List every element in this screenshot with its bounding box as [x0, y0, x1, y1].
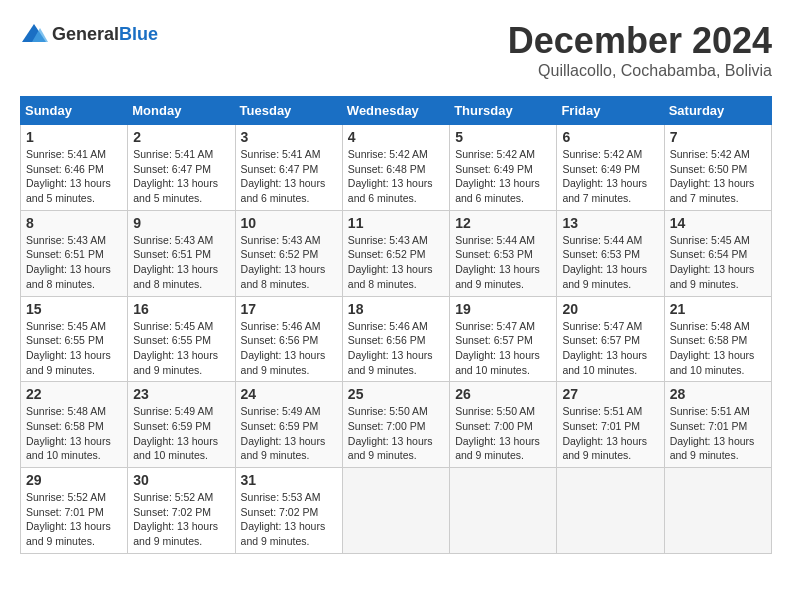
header-sunday: Sunday [21, 97, 128, 125]
day-number: 5 [455, 129, 551, 145]
day-number: 24 [241, 386, 337, 402]
page-header: GeneralBlue December 2024 Quillacollo, C… [20, 20, 772, 80]
day-info: Sunrise: 5:47 AMSunset: 6:57 PMDaylight:… [562, 319, 658, 378]
day-number: 14 [670, 215, 766, 231]
header-thursday: Thursday [450, 97, 557, 125]
table-row: 25Sunrise: 5:50 AMSunset: 7:00 PMDayligh… [342, 382, 449, 468]
day-info: Sunrise: 5:45 AMSunset: 6:55 PMDaylight:… [133, 319, 229, 378]
day-info: Sunrise: 5:52 AMSunset: 7:02 PMDaylight:… [133, 490, 229, 549]
table-row [664, 468, 771, 554]
day-number: 2 [133, 129, 229, 145]
day-info: Sunrise: 5:42 AMSunset: 6:50 PMDaylight:… [670, 147, 766, 206]
table-row: 14Sunrise: 5:45 AMSunset: 6:54 PMDayligh… [664, 210, 771, 296]
table-row: 4Sunrise: 5:42 AMSunset: 6:48 PMDaylight… [342, 125, 449, 211]
day-number: 16 [133, 301, 229, 317]
day-number: 4 [348, 129, 444, 145]
day-number: 28 [670, 386, 766, 402]
day-info: Sunrise: 5:53 AMSunset: 7:02 PMDaylight:… [241, 490, 337, 549]
title-block: December 2024 Quillacollo, Cochabamba, B… [508, 20, 772, 80]
table-row: 7Sunrise: 5:42 AMSunset: 6:50 PMDaylight… [664, 125, 771, 211]
day-info: Sunrise: 5:51 AMSunset: 7:01 PMDaylight:… [562, 404, 658, 463]
table-row: 5Sunrise: 5:42 AMSunset: 6:49 PMDaylight… [450, 125, 557, 211]
day-info: Sunrise: 5:49 AMSunset: 6:59 PMDaylight:… [133, 404, 229, 463]
table-row: 30Sunrise: 5:52 AMSunset: 7:02 PMDayligh… [128, 468, 235, 554]
table-row: 11Sunrise: 5:43 AMSunset: 6:52 PMDayligh… [342, 210, 449, 296]
calendar-week-row: 22Sunrise: 5:48 AMSunset: 6:58 PMDayligh… [21, 382, 772, 468]
day-info: Sunrise: 5:42 AMSunset: 6:49 PMDaylight:… [455, 147, 551, 206]
header-wednesday: Wednesday [342, 97, 449, 125]
day-info: Sunrise: 5:42 AMSunset: 6:48 PMDaylight:… [348, 147, 444, 206]
table-row: 27Sunrise: 5:51 AMSunset: 7:01 PMDayligh… [557, 382, 664, 468]
day-number: 13 [562, 215, 658, 231]
day-number: 21 [670, 301, 766, 317]
table-row: 9Sunrise: 5:43 AMSunset: 6:51 PMDaylight… [128, 210, 235, 296]
table-row: 12Sunrise: 5:44 AMSunset: 6:53 PMDayligh… [450, 210, 557, 296]
day-number: 1 [26, 129, 122, 145]
header-tuesday: Tuesday [235, 97, 342, 125]
calendar-week-row: 15Sunrise: 5:45 AMSunset: 6:55 PMDayligh… [21, 296, 772, 382]
logo-blue: Blue [119, 24, 158, 44]
day-info: Sunrise: 5:41 AMSunset: 6:47 PMDaylight:… [133, 147, 229, 206]
day-info: Sunrise: 5:47 AMSunset: 6:57 PMDaylight:… [455, 319, 551, 378]
table-row: 31Sunrise: 5:53 AMSunset: 7:02 PMDayligh… [235, 468, 342, 554]
day-number: 3 [241, 129, 337, 145]
day-info: Sunrise: 5:43 AMSunset: 6:51 PMDaylight:… [133, 233, 229, 292]
day-info: Sunrise: 5:50 AMSunset: 7:00 PMDaylight:… [348, 404, 444, 463]
table-row: 15Sunrise: 5:45 AMSunset: 6:55 PMDayligh… [21, 296, 128, 382]
day-info: Sunrise: 5:44 AMSunset: 6:53 PMDaylight:… [455, 233, 551, 292]
day-number: 11 [348, 215, 444, 231]
day-info: Sunrise: 5:50 AMSunset: 7:00 PMDaylight:… [455, 404, 551, 463]
table-row: 18Sunrise: 5:46 AMSunset: 6:56 PMDayligh… [342, 296, 449, 382]
table-row: 1Sunrise: 5:41 AMSunset: 6:46 PMDaylight… [21, 125, 128, 211]
table-row: 19Sunrise: 5:47 AMSunset: 6:57 PMDayligh… [450, 296, 557, 382]
calendar-week-row: 1Sunrise: 5:41 AMSunset: 6:46 PMDaylight… [21, 125, 772, 211]
month-title: December 2024 [508, 20, 772, 62]
day-info: Sunrise: 5:46 AMSunset: 6:56 PMDaylight:… [241, 319, 337, 378]
logo-general: General [52, 24, 119, 44]
day-number: 26 [455, 386, 551, 402]
table-row: 8Sunrise: 5:43 AMSunset: 6:51 PMDaylight… [21, 210, 128, 296]
day-info: Sunrise: 5:48 AMSunset: 6:58 PMDaylight:… [26, 404, 122, 463]
table-row: 20Sunrise: 5:47 AMSunset: 6:57 PMDayligh… [557, 296, 664, 382]
day-info: Sunrise: 5:45 AMSunset: 6:55 PMDaylight:… [26, 319, 122, 378]
table-row: 2Sunrise: 5:41 AMSunset: 6:47 PMDaylight… [128, 125, 235, 211]
day-number: 19 [455, 301, 551, 317]
calendar-table: Sunday Monday Tuesday Wednesday Thursday… [20, 96, 772, 554]
calendar-week-row: 29Sunrise: 5:52 AMSunset: 7:01 PMDayligh… [21, 468, 772, 554]
day-number: 10 [241, 215, 337, 231]
table-row: 16Sunrise: 5:45 AMSunset: 6:55 PMDayligh… [128, 296, 235, 382]
table-row: 10Sunrise: 5:43 AMSunset: 6:52 PMDayligh… [235, 210, 342, 296]
table-row: 6Sunrise: 5:42 AMSunset: 6:49 PMDaylight… [557, 125, 664, 211]
day-info: Sunrise: 5:44 AMSunset: 6:53 PMDaylight:… [562, 233, 658, 292]
day-number: 12 [455, 215, 551, 231]
table-row: 26Sunrise: 5:50 AMSunset: 7:00 PMDayligh… [450, 382, 557, 468]
day-info: Sunrise: 5:48 AMSunset: 6:58 PMDaylight:… [670, 319, 766, 378]
day-number: 17 [241, 301, 337, 317]
day-info: Sunrise: 5:46 AMSunset: 6:56 PMDaylight:… [348, 319, 444, 378]
day-info: Sunrise: 5:41 AMSunset: 6:47 PMDaylight:… [241, 147, 337, 206]
table-row [450, 468, 557, 554]
day-info: Sunrise: 5:41 AMSunset: 6:46 PMDaylight:… [26, 147, 122, 206]
day-info: Sunrise: 5:43 AMSunset: 6:52 PMDaylight:… [241, 233, 337, 292]
table-row: 3Sunrise: 5:41 AMSunset: 6:47 PMDaylight… [235, 125, 342, 211]
day-info: Sunrise: 5:51 AMSunset: 7:01 PMDaylight:… [670, 404, 766, 463]
day-number: 29 [26, 472, 122, 488]
day-info: Sunrise: 5:52 AMSunset: 7:01 PMDaylight:… [26, 490, 122, 549]
day-number: 9 [133, 215, 229, 231]
day-number: 7 [670, 129, 766, 145]
logo-icon [20, 20, 48, 48]
table-row: 23Sunrise: 5:49 AMSunset: 6:59 PMDayligh… [128, 382, 235, 468]
table-row [557, 468, 664, 554]
calendar-header-row: Sunday Monday Tuesday Wednesday Thursday… [21, 97, 772, 125]
table-row: 28Sunrise: 5:51 AMSunset: 7:01 PMDayligh… [664, 382, 771, 468]
day-number: 20 [562, 301, 658, 317]
table-row: 21Sunrise: 5:48 AMSunset: 6:58 PMDayligh… [664, 296, 771, 382]
header-monday: Monday [128, 97, 235, 125]
day-number: 25 [348, 386, 444, 402]
calendar-week-row: 8Sunrise: 5:43 AMSunset: 6:51 PMDaylight… [21, 210, 772, 296]
header-friday: Friday [557, 97, 664, 125]
day-number: 30 [133, 472, 229, 488]
day-info: Sunrise: 5:49 AMSunset: 6:59 PMDaylight:… [241, 404, 337, 463]
table-row: 13Sunrise: 5:44 AMSunset: 6:53 PMDayligh… [557, 210, 664, 296]
day-number: 8 [26, 215, 122, 231]
